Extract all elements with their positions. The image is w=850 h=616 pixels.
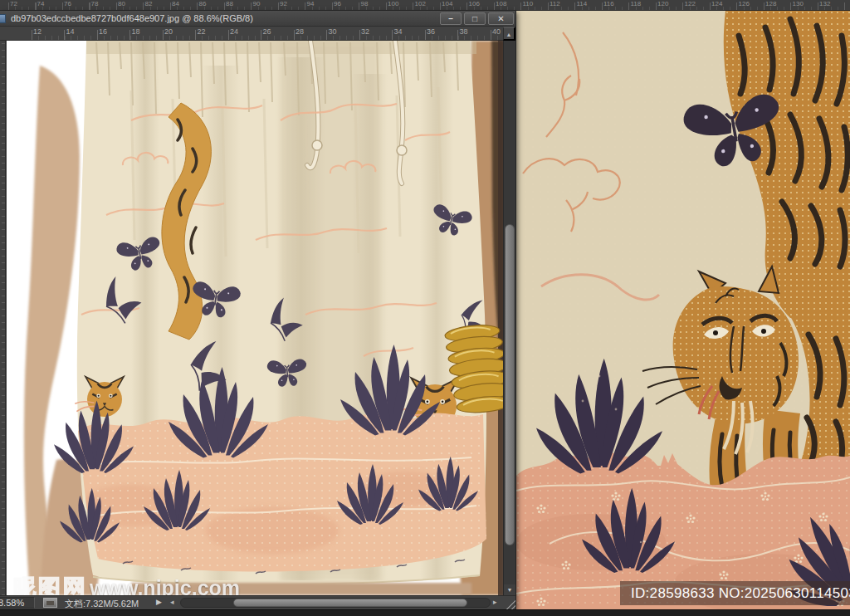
- status-menu-arrow-icon[interactable]: ▶: [156, 598, 162, 606]
- horizontal-ruler[interactable]: ▲ 121416182022242628303234363840: [0, 27, 515, 41]
- vertical-scrollbar[interactable]: ▼: [503, 41, 515, 595]
- close-button[interactable]: ✕: [488, 12, 514, 25]
- window-title: db97b03edccbedbe8727b0df648e907.jpg @ 88…: [11, 11, 440, 26]
- document-thumbnail-icon: [43, 598, 57, 608]
- document-content-area: 昵图网www.nipic.com ▼: [0, 41, 515, 595]
- scroll-down-arrow-icon[interactable]: ▼: [504, 584, 515, 595]
- scroll-right-arrow-icon[interactable]: ▸: [493, 598, 497, 606]
- vertical-ruler[interactable]: [0, 41, 6, 595]
- scroll-left-arrow-icon[interactable]: ◂: [170, 598, 174, 606]
- resize-grip[interactable]: [504, 598, 515, 609]
- image-canvas[interactable]: 昵图网www.nipic.com: [7, 41, 504, 595]
- horizontal-scrollbar-thumb[interactable]: [233, 599, 467, 607]
- vertical-scrollbar-thumb[interactable]: [505, 224, 515, 545]
- status-bar: 文档:7.32M/5.62M ▶ ◂ ▸: [0, 595, 515, 609]
- title-bar[interactable]: db97b03edccbedbe8727b0df648e907.jpg @ 88…: [0, 11, 515, 27]
- maximize-button[interactable]: □: [464, 12, 486, 25]
- salmon-print-band: [73, 406, 488, 572]
- screen: 7274767880828486889092949698100102104106…: [0, 0, 850, 616]
- minimize-button[interactable]: –: [440, 12, 462, 25]
- app-bottom-bar: [0, 609, 850, 616]
- zoom-level-field[interactable]: [0, 597, 35, 609]
- batik-tiger-pattern-art: [516, 11, 850, 611]
- window-document-icon: [0, 14, 6, 23]
- document-size-info: 文档:7.32M/5.62M: [65, 598, 139, 610]
- pattern-preview-panel: ID:28598633 NO:20250630114503637105: [516, 11, 850, 611]
- dress-photo-art: [7, 41, 504, 595]
- document-window: db97b03edccbedbe8727b0df648e907.jpg @ 88…: [0, 11, 516, 609]
- scroll-up-arrow-icon[interactable]: ▲: [503, 27, 515, 41]
- horizontal-scrollbar[interactable]: [180, 598, 491, 608]
- app-top-ruler[interactable]: 7274767880828486889092949698100102104106…: [0, 0, 850, 11]
- id-watermark: ID:28598633 NO:20250630114503637105: [620, 581, 850, 605]
